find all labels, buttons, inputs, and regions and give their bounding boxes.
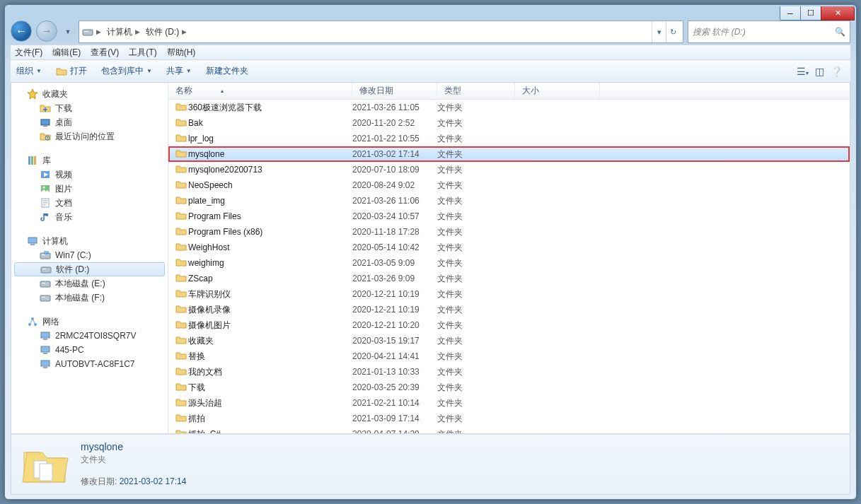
toolbar-organize[interactable]: 组织▼ xyxy=(16,65,42,77)
menu-file[interactable]: 文件(F) xyxy=(15,47,42,59)
file-row[interactable]: 摄像机录像2020-12-21 10:19文件夹 xyxy=(168,302,850,317)
sidebar-item[interactable]: Win7 (C:) xyxy=(11,248,168,262)
minimize-button[interactable]: ─ xyxy=(780,6,801,20)
menu-tools[interactable]: 工具(T) xyxy=(129,47,156,59)
toolbar-include-library[interactable]: 包含到库中▼ xyxy=(101,65,152,77)
details-name: mysqlone xyxy=(81,441,186,452)
folder-thumbnail-icon xyxy=(20,440,69,489)
breadcrumb-segment[interactable]: 计算机▶ xyxy=(104,21,143,42)
file-type: 文件夹 xyxy=(437,273,515,285)
column-type[interactable]: 类型 xyxy=(437,83,515,99)
file-row[interactable]: ZScap2021-03-26 9:09文件夹 xyxy=(168,271,850,286)
network-icon xyxy=(27,316,38,327)
toolbar-share[interactable]: 共享▼ xyxy=(166,65,192,77)
sidebar-item[interactable]: 2RMC24TOI8SQR7V xyxy=(11,329,168,343)
nav-forward-button[interactable]: → xyxy=(36,20,57,42)
file-row[interactable]: 抓拍_C#2020-04-07 14:39文件夹 xyxy=(168,426,850,433)
breadcrumb[interactable]: ▶ 计算机▶ 软件 (D:)▶ ▾ ↻ xyxy=(79,20,683,43)
toolbar: 组织▼ 打开 包含到库中▼ 共享▼ 新建文件夹 ☰▾ ◫ ❔ xyxy=(11,60,850,83)
file-row[interactable]: Program Files (x86)2020-11-18 17:28文件夹 xyxy=(168,224,850,240)
file-row[interactable]: 源头治超2021-02-21 10:14文件夹 xyxy=(168,395,850,411)
file-row[interactable]: plate_img2021-03-26 11:06文件夹 xyxy=(168,193,850,209)
folder-icon xyxy=(175,272,188,286)
file-date: 2020-12-21 10:19 xyxy=(352,289,437,299)
folder-icon xyxy=(175,257,188,270)
menu-edit[interactable]: 编辑(E) xyxy=(52,47,81,59)
column-name[interactable]: 名称▴ xyxy=(168,83,352,99)
file-row[interactable]: mysqlone2021-03-02 17:14文件夹 xyxy=(168,146,850,162)
file-date: 2021-01-13 10:33 xyxy=(352,367,437,377)
sidebar-item[interactable]: 文档 xyxy=(11,196,168,210)
sidebar-network-header[interactable]: 网络 xyxy=(11,315,168,329)
search-input[interactable]: 搜索 软件 (D:) 🔍 xyxy=(688,20,850,43)
svg-rect-28 xyxy=(41,332,50,338)
sidebar-computer-header[interactable]: 计算机 xyxy=(11,234,168,248)
menu-view[interactable]: 查看(V) xyxy=(91,47,119,59)
file-row[interactable]: 下载2020-03-25 20:39文件夹 xyxy=(168,380,850,395)
file-row[interactable]: 收藏夹2020-03-15 19:17文件夹 xyxy=(168,333,850,348)
file-name: mysqlone20200713 xyxy=(188,165,352,175)
close-button[interactable]: ✕ xyxy=(821,6,855,20)
menu-help[interactable]: 帮助(H) xyxy=(167,47,196,59)
sidebar-item[interactable]: 图片 xyxy=(11,182,168,196)
sidebar-item[interactable]: 软件 (D:) xyxy=(14,262,165,276)
file-row[interactable]: 我的文档2021-01-13 10:33文件夹 xyxy=(168,364,850,380)
column-size[interactable]: 大小 xyxy=(515,83,600,99)
file-row[interactable]: mysqlone202007132020-07-10 18:09文件夹 xyxy=(168,162,850,177)
sidebar-item-icon xyxy=(40,292,51,303)
folder-icon xyxy=(175,350,188,363)
breadcrumb-segment[interactable]: 软件 (D:)▶ xyxy=(143,21,190,42)
nav-history-dropdown[interactable]: ▼ xyxy=(62,20,74,43)
file-row[interactable]: NeoSpeech2020-08-24 9:02文件夹 xyxy=(168,177,850,193)
maximize-button[interactable]: ☐ xyxy=(800,6,821,20)
file-row[interactable]: 摄像机图片2020-12-21 10:20文件夹 xyxy=(168,317,850,333)
sidebar-item[interactable]: 445-PC xyxy=(11,343,168,357)
help-button[interactable]: ❔ xyxy=(828,66,845,77)
file-date: 2020-12-21 10:20 xyxy=(352,320,437,330)
toolbar-open[interactable]: 打开 xyxy=(56,65,87,77)
sidebar-computer: 计算机 Win7 (C:)软件 (D:)本地磁盘 (E:)本地磁盘 (F:) xyxy=(11,234,168,305)
sidebar-item-label: 文档 xyxy=(55,197,72,209)
breadcrumb-root-chevron[interactable]: ▶ xyxy=(93,21,104,42)
file-row[interactable]: 替换2020-04-21 14:41文件夹 xyxy=(168,348,850,364)
sidebar-item[interactable]: 桌面 xyxy=(11,115,168,129)
column-date[interactable]: 修改日期 xyxy=(352,83,437,99)
computer-icon xyxy=(27,235,38,247)
folder-icon xyxy=(175,163,188,177)
sidebar-item-label: 本地磁盘 (E:) xyxy=(55,278,105,290)
sidebar-favorites-header[interactable]: 收藏夹 xyxy=(11,87,168,101)
sidebar-libraries-header[interactable]: 库 xyxy=(11,153,168,168)
sidebar-item-icon xyxy=(40,211,51,223)
folder-icon xyxy=(175,381,188,394)
file-row[interactable]: 车牌识别仪2020-12-21 10:19文件夹 xyxy=(168,286,850,302)
folder-icon xyxy=(175,132,188,146)
file-row[interactable]: 360极速浏览器下载2021-03-26 11:05文件夹 xyxy=(168,100,850,115)
sidebar-item[interactable]: 下载 xyxy=(11,101,168,115)
file-row[interactable]: Program Files2020-03-24 10:57文件夹 xyxy=(168,209,850,224)
details-meta: 修改日期: 2021-03-02 17:14 xyxy=(81,476,186,488)
toolbar-new-folder[interactable]: 新建文件夹 xyxy=(206,65,248,77)
sidebar-item[interactable]: AUTOBVT-AC8F1C7 xyxy=(11,357,168,371)
view-options-button[interactable]: ☰▾ xyxy=(794,66,811,77)
titlebar: ─ ☐ ✕ xyxy=(5,5,856,20)
preview-pane-button[interactable]: ◫ xyxy=(811,66,828,77)
nav-back-button[interactable]: ← xyxy=(11,20,32,42)
sidebar-item[interactable]: 本地磁盘 (E:) xyxy=(11,276,168,291)
folder-icon xyxy=(175,428,188,434)
svg-rect-20 xyxy=(42,269,46,269)
path-dropdown[interactable]: ▾ xyxy=(652,21,666,42)
sidebar-item[interactable]: 视频 xyxy=(11,168,168,182)
refresh-button[interactable]: ↻ xyxy=(666,21,680,42)
sidebar-item[interactable]: 本地磁盘 (F:) xyxy=(11,291,168,305)
svg-rect-30 xyxy=(41,346,50,352)
file-row[interactable]: Bak2020-11-20 2:52文件夹 xyxy=(168,115,850,131)
sidebar-item-label: Win7 (C:) xyxy=(55,250,91,260)
file-row[interactable]: lpr_log2021-01-22 10:55文件夹 xyxy=(168,131,850,146)
sidebar-item[interactable]: 最近访问的位置 xyxy=(11,129,168,143)
sidebar-item[interactable]: 音乐 xyxy=(11,210,168,224)
file-row[interactable]: weighimg2021-03-05 9:09文件夹 xyxy=(168,255,850,271)
svg-rect-21 xyxy=(40,281,50,287)
file-row[interactable]: 抓拍2021-03-09 17:14文件夹 xyxy=(168,411,850,426)
svg-rect-3 xyxy=(41,119,50,125)
file-row[interactable]: WeighHost2020-05-14 10:42文件夹 xyxy=(168,240,850,255)
